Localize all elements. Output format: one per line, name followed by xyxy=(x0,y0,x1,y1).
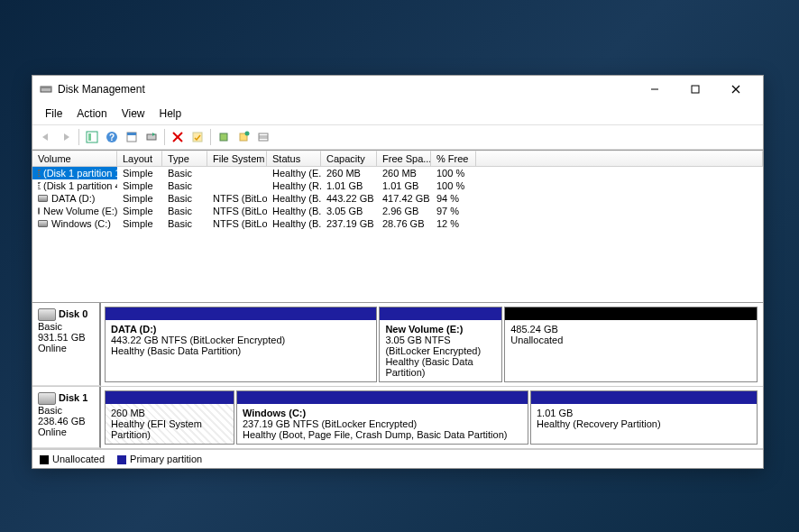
partition-title: New Volume (E:) xyxy=(385,324,496,335)
disk-type: Basic xyxy=(38,321,94,332)
svg-rect-6 xyxy=(87,132,97,142)
menu-action[interactable]: Action xyxy=(69,105,114,123)
volume-row[interactable]: New Volume (E:)SimpleBasicNTFS (BitLo...… xyxy=(32,205,763,217)
column-volume[interactable]: Volume xyxy=(32,151,117,167)
window-title: Disk Management xyxy=(58,83,634,96)
app-icon xyxy=(40,83,52,96)
delete-button[interactable] xyxy=(168,127,188,147)
partition[interactable]: DATA (D:)443.22 GB NTFS (BitLocker Encry… xyxy=(105,307,377,382)
settings-button[interactable] xyxy=(122,127,142,147)
volume-fs: NTFS (BitLo... xyxy=(207,205,267,217)
svg-rect-19 xyxy=(259,133,268,141)
svg-rect-15 xyxy=(193,133,202,142)
partition-bar xyxy=(106,307,376,320)
maximize-button[interactable] xyxy=(675,77,715,102)
disk-name: Disk 1 xyxy=(59,392,87,403)
svg-rect-12 xyxy=(147,134,156,140)
swatch-primary xyxy=(117,455,126,464)
legend-primary: Primary partition xyxy=(117,454,202,464)
action1-button[interactable] xyxy=(214,127,234,147)
partition[interactable]: 260 MBHealthy (EFI System Partition) xyxy=(105,390,234,445)
disk-partitions: 260 MBHealthy (EFI System Partition)Wind… xyxy=(101,387,763,448)
forward-button[interactable] xyxy=(56,127,76,147)
disk-graphical-pane: Disk 0Basic931.51 GBOnlineDATA (D:)443.2… xyxy=(32,302,763,449)
volume-row[interactable]: (Disk 1 partition 1)SimpleBasicHealthy (… xyxy=(32,167,763,179)
disk-row: Disk 0Basic931.51 GBOnlineDATA (D:)443.2… xyxy=(32,303,763,387)
disk-size: 238.46 GB xyxy=(38,416,94,427)
minimize-button[interactable] xyxy=(634,77,675,102)
menu-help[interactable]: Help xyxy=(152,105,189,123)
disk-row: Disk 1Basic238.46 GBOnline260 MBHealthy … xyxy=(32,387,763,449)
volume-pfree: 100 % xyxy=(431,167,476,179)
action2-button[interactable] xyxy=(234,127,253,147)
partition[interactable]: New Volume (E:)3.05 GB NTFS (BitLocker E… xyxy=(379,307,502,382)
toolbar-divider xyxy=(78,129,79,145)
partition[interactable]: Windows (C:)237.19 GB NTFS (BitLocker En… xyxy=(236,390,528,445)
column-capacity[interactable]: Capacity xyxy=(321,151,377,167)
show-hide-tree-button[interactable] xyxy=(82,127,102,147)
column-layout[interactable]: Layout xyxy=(117,151,162,167)
volume-status: Healthy (R... xyxy=(267,179,321,192)
back-button[interactable] xyxy=(36,127,56,147)
volume-name: (Disk 1 partition 1) xyxy=(43,168,117,179)
volume-name: (Disk 1 partition 4) xyxy=(43,180,117,191)
column-filesystem[interactable]: File System xyxy=(207,151,267,167)
partition-bar xyxy=(531,391,757,404)
toolbar-divider xyxy=(164,129,165,145)
volume-type: Basic xyxy=(162,217,207,230)
volume-icon xyxy=(38,182,40,189)
partition-line3: Unallocated xyxy=(510,335,751,345)
svg-text:?: ? xyxy=(109,133,115,142)
partition-line3: Healthy (EFI System Partition) xyxy=(111,418,228,440)
volume-list-header: Volume Layout Type File System Status Ca… xyxy=(32,151,763,167)
volume-layout: Simple xyxy=(117,192,162,205)
partition[interactable]: 485.24 GBUnallocated xyxy=(504,307,758,382)
volume-name: New Volume (E:) xyxy=(43,206,117,216)
volume-list-body[interactable]: (Disk 1 partition 1)SimpleBasicHealthy (… xyxy=(32,167,763,302)
partition-line2: 237.19 GB NTFS (BitLocker Encrypted) xyxy=(243,418,522,429)
menu-view[interactable]: View xyxy=(115,105,152,123)
disk-partitions: DATA (D:)443.22 GB NTFS (BitLocker Encry… xyxy=(101,303,763,386)
column-free[interactable]: Free Spa... xyxy=(377,151,431,167)
volume-row[interactable]: Windows (C:)SimpleBasicNTFS (BitLo...Hea… xyxy=(32,217,763,230)
properties-button[interactable] xyxy=(188,127,207,147)
refresh-button[interactable] xyxy=(142,127,161,147)
volume-row[interactable]: (Disk 1 partition 4)SimpleBasicHealthy (… xyxy=(32,179,763,192)
column-status[interactable]: Status xyxy=(267,151,321,167)
volume-fs xyxy=(207,167,267,179)
volume-capacity: 1.01 GB xyxy=(321,179,377,192)
volume-free: 2.96 GB xyxy=(377,205,431,217)
column-percent-free[interactable]: % Free xyxy=(431,151,476,167)
partition[interactable]: 1.01 GBHealthy (Recovery Partition) xyxy=(530,390,758,445)
volume-fs: NTFS (BitLo... xyxy=(207,217,267,230)
volume-icon xyxy=(38,207,40,215)
column-type[interactable]: Type xyxy=(162,151,207,167)
partition-bar xyxy=(237,391,528,404)
volume-capacity: 260 MB xyxy=(321,167,377,179)
volume-layout: Simple xyxy=(117,179,162,192)
svg-rect-16 xyxy=(220,133,227,141)
volume-layout: Simple xyxy=(117,217,162,230)
volume-icon xyxy=(38,220,48,227)
volume-pfree: 12 % xyxy=(431,217,476,230)
disk-name: Disk 0 xyxy=(59,308,87,319)
volume-status: Healthy (E... xyxy=(267,167,321,179)
volume-row[interactable]: DATA (D:)SimpleBasicNTFS (BitLo...Health… xyxy=(32,192,763,205)
titlebar[interactable]: Disk Management xyxy=(32,76,763,103)
volume-capacity: 237.19 GB xyxy=(321,217,377,230)
menu-file[interactable]: File xyxy=(38,105,69,123)
disk-icon xyxy=(38,392,56,405)
disk-info[interactable]: Disk 0Basic931.51 GBOnline xyxy=(32,303,101,386)
partition-title: DATA (D:) xyxy=(111,324,371,335)
svg-rect-1 xyxy=(41,87,51,88)
volume-icon xyxy=(38,170,40,177)
volume-status: Healthy (B... xyxy=(267,205,321,217)
legend: Unallocated Primary partition xyxy=(32,449,763,468)
svg-rect-11 xyxy=(127,133,136,135)
partition-line2: 443.22 GB NTFS (BitLocker Encrypted) xyxy=(111,335,371,345)
volume-layout: Simple xyxy=(117,205,162,217)
help-button[interactable]: ? xyxy=(102,127,122,147)
view-list-button[interactable] xyxy=(253,127,273,147)
close-button[interactable] xyxy=(715,77,756,102)
disk-info[interactable]: Disk 1Basic238.46 GBOnline xyxy=(32,387,101,448)
